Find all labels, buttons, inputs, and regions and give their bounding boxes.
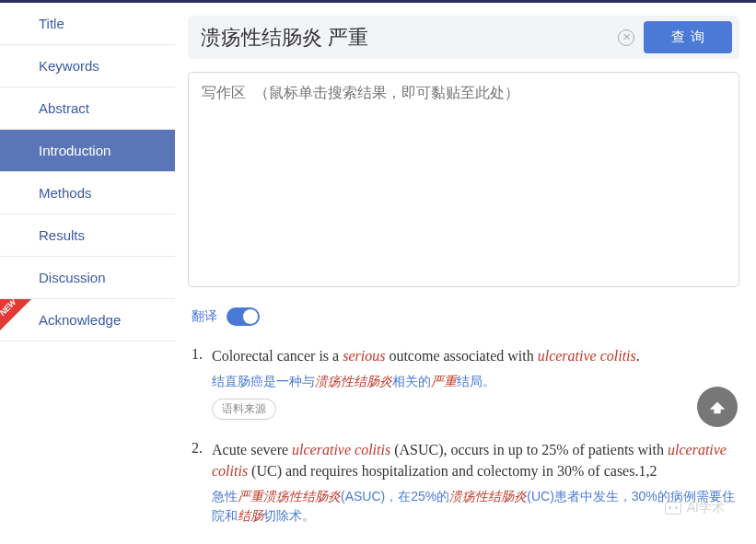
result-chinese: 结直肠癌是一种与溃疡性结肠炎相关的严重结局。 — [212, 372, 739, 391]
translate-toggle[interactable] — [227, 307, 260, 326]
chevron-up-icon — [707, 397, 727, 417]
sidebar: TitleKeywordsAbstractIntroductionMethods… — [0, 3, 175, 544]
sidebar-item-introduction[interactable]: Introduction — [0, 130, 175, 172]
search-bar: ✕ 查询 — [188, 16, 739, 59]
container: TitleKeywordsAbstractIntroductionMethods… — [0, 3, 756, 544]
sidebar-item-keywords[interactable]: Keywords — [0, 45, 175, 87]
source-button[interactable]: 语料来源 — [212, 399, 276, 420]
scroll-top-button[interactable] — [697, 387, 738, 427]
result-english: Colorectal cancer is a serious outcome a… — [212, 346, 739, 366]
translate-row: 翻译 — [192, 307, 739, 326]
sidebar-item-discussion[interactable]: Discussion — [0, 257, 175, 299]
writing-area[interactable] — [188, 72, 739, 287]
search-input[interactable] — [201, 26, 609, 50]
result-number: 1. — [192, 346, 212, 420]
clear-icon[interactable]: ✕ — [618, 29, 634, 46]
sidebar-item-abstract[interactable]: Abstract — [0, 87, 175, 130]
main: ✕ 查询 翻译 1.Colorectal cancer is a serious… — [175, 3, 756, 544]
result-english: Acute severe ulcerative colitis (ASUC), … — [212, 440, 739, 481]
result-item[interactable]: 2.Acute severe ulcerative colitis (ASUC)… — [192, 440, 739, 526]
toggle-knob — [243, 309, 258, 324]
sidebar-item-methods[interactable]: Methods — [0, 172, 175, 214]
search-button[interactable]: 查询 — [644, 21, 732, 53]
result-chinese: 急性严重溃疡性结肠炎(ASUC)，在25%的溃疡性结肠炎(UC)患者中发生，30… — [212, 487, 739, 526]
watermark-text: AI学术 — [687, 500, 725, 516]
result-item[interactable]: 1.Colorectal cancer is a serious outcome… — [192, 346, 739, 420]
results-list: 1.Colorectal cancer is a serious outcome… — [188, 346, 739, 526]
sidebar-item-results[interactable]: Results — [0, 214, 175, 257]
translate-label: 翻译 — [192, 308, 217, 325]
watermark: AI学术 — [665, 500, 725, 516]
new-badge: NEW — [0, 299, 31, 330]
sidebar-item-title[interactable]: Title — [0, 3, 175, 45]
result-number: 2. — [192, 440, 212, 526]
wechat-icon — [665, 502, 681, 515]
